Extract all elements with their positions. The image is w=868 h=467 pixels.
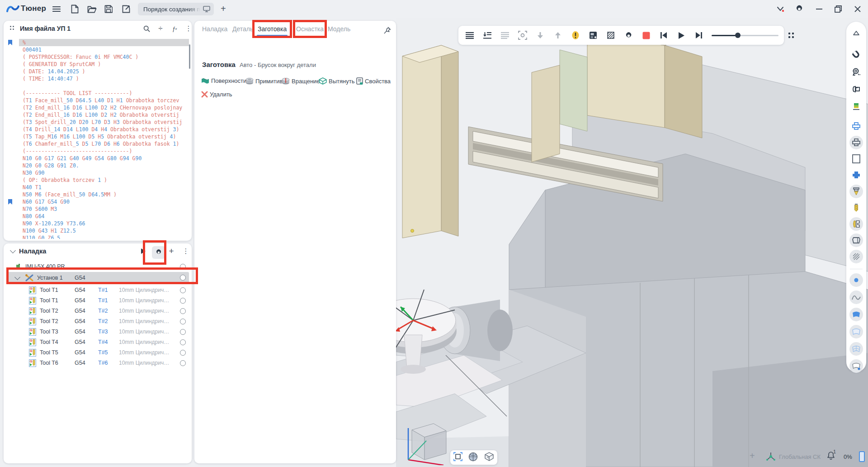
- text-lines-icon[interactable]: [500, 30, 510, 40]
- gcode-line[interactable]: ( DATE: 14.04.2025 ): [19, 68, 189, 75]
- function-fx-icon[interactable]: ƒx: [170, 24, 179, 33]
- gcode-line[interactable]: O00401: [19, 46, 189, 53]
- toolholder-gray-icon[interactable]: [849, 136, 863, 149]
- tab[interactable]: Оснастка: [296, 25, 324, 36]
- tool-row[interactable]: G Tool T2 G54 T#2 10mm Цилиндрич…: [6, 316, 189, 326]
- tool-row[interactable]: G Tool T4 G54 T#4 10mm Цилиндрич…: [6, 337, 189, 347]
- gcode-line[interactable]: ( TIME: 14:40:47 ): [19, 75, 189, 82]
- collapse-chevron-icon[interactable]: [10, 248, 16, 253]
- search-icon[interactable]: [142, 24, 151, 33]
- stock-plate-icon[interactable]: [849, 234, 863, 247]
- primitive-button[interactable]: Примитив: [245, 77, 283, 85]
- bookmark-icon[interactable]: [8, 199, 12, 205]
- tool-row[interactable]: G Tool T3 G54 T#3 10mm Цилиндрич…: [6, 327, 189, 337]
- gcode-line[interactable]: N40 T1: [19, 184, 189, 191]
- kebab-menu-icon[interactable]: ⋮: [184, 24, 193, 33]
- blank-stock-icon[interactable]: [849, 152, 863, 166]
- updates-chevron-button[interactable]: [774, 4, 787, 14]
- gcode-line[interactable]: N100 G43 H1 Z12.5: [19, 227, 189, 234]
- restore-button[interactable]: [832, 4, 844, 14]
- tool-row[interactable]: G Tool T5 G54 T#5 10mm Цилиндрич…: [6, 348, 189, 357]
- goto-line-icon[interactable]: [482, 30, 492, 40]
- hatch-section-icon[interactable]: [849, 250, 863, 263]
- gcode-line[interactable]: N20 G0 G28 G91 Z0.: [19, 162, 189, 169]
- tool-radio[interactable]: [180, 350, 186, 356]
- machine-radio[interactable]: [180, 264, 186, 270]
- curve-entity-icon[interactable]: [849, 291, 863, 304]
- magnet-snap-icon[interactable]: [849, 48, 863, 62]
- bookmark-icon[interactable]: [8, 40, 12, 45]
- gcode-line[interactable]: (T5 Tap_M16 M16 L100 D5 H5 Obrabotka otv…: [19, 133, 189, 140]
- skip-to-end-button[interactable]: [694, 30, 704, 40]
- tool-cone-icon[interactable]: [849, 185, 863, 198]
- gcode-line[interactable]: N80 G64: [19, 213, 189, 220]
- gcode-line[interactable]: N110 G0 Z6.5: [19, 234, 189, 239]
- tab[interactable]: Наладка: [202, 25, 227, 36]
- simulation-mode-icon[interactable]: [606, 30, 616, 40]
- isometric-view-icon[interactable]: [484, 452, 494, 463]
- new-tab-button[interactable]: +: [221, 4, 226, 14]
- gcode-line[interactable]: (T2 End_mill_16 D16 L100 D2 H2 CHernovay…: [19, 104, 189, 111]
- setup-row[interactable]: Установ 1 G54: [6, 272, 189, 283]
- warning-icon[interactable]: [571, 30, 580, 40]
- drag-handle-icon[interactable]: [10, 26, 15, 31]
- tool-radio[interactable]: [180, 287, 186, 293]
- save-button[interactable]: [103, 4, 114, 14]
- selection-frame-icon[interactable]: [518, 30, 528, 40]
- tool-radio[interactable]: [180, 360, 186, 366]
- orientation-cube[interactable]: [398, 411, 453, 465]
- main-menu-button[interactable]: [51, 4, 62, 14]
- delete-button[interactable]: Удалить: [201, 91, 232, 98]
- open-file-button[interactable]: [86, 4, 98, 14]
- gcode-line[interactable]: N30 G90: [19, 169, 189, 176]
- surface-outline-icon[interactable]: [849, 325, 863, 338]
- toolholder-outline-icon[interactable]: [849, 119, 863, 133]
- play-button[interactable]: [676, 30, 686, 40]
- drill-tool-icon[interactable]: [849, 201, 863, 214]
- stock-stack-icon[interactable]: [849, 100, 863, 113]
- machine-panel-icon[interactable]: [588, 30, 598, 40]
- gcode-line[interactable]: N90 X-120.259 Y73.66: [19, 220, 189, 227]
- expand-chevron-icon[interactable]: [14, 274, 20, 280]
- tool-row[interactable]: G Tool T1 G54 T#1 10mm Цилиндрич…: [6, 285, 189, 295]
- tool-row[interactable]: G Tool T2 G54 T#2 10mm Цилиндрич…: [6, 306, 189, 316]
- tool-row[interactable]: G Tool T6 G54 T#6 10mm Цилиндрич…: [6, 358, 189, 368]
- gcode-view-icon[interactable]: [465, 30, 475, 40]
- machine-row[interactable]: IMU-5X 400 PR: [6, 262, 189, 272]
- gcode-line[interactable]: N10 G0 G17 G21 G40 G49 G54 G80 G94 G90: [19, 155, 189, 162]
- notification-bell[interactable]: 1: [826, 451, 835, 461]
- settings-gear-button[interactable]: [793, 4, 806, 14]
- active-cs-label[interactable]: Глобальная СК: [779, 453, 821, 460]
- gcode-line[interactable]: ( GENERATED BY SprutCAM ): [19, 61, 189, 68]
- move-down-icon[interactable]: [535, 30, 545, 40]
- add-cs-button[interactable]: +: [750, 451, 755, 461]
- setup-radio[interactable]: [180, 275, 186, 281]
- simulation-settings-gear-icon[interactable]: [623, 30, 633, 40]
- camera-view-icon[interactable]: [849, 65, 863, 79]
- gcode-line[interactable]: (T6 Chamfer_mill_5 D5 L70 D6 H6 Obrabotk…: [19, 140, 189, 148]
- properties-button[interactable]: Свойства: [356, 77, 391, 85]
- gcode-line[interactable]: (----------- TOOL LIST -----------): [19, 90, 189, 97]
- collapse-rail-icon[interactable]: [849, 26, 863, 40]
- gcode-line[interactable]: [19, 82, 189, 90]
- revolve-button[interactable]: Вращение: [282, 77, 320, 85]
- gcode-line[interactable]: (T1 Face_mill_50 D64.5 L40 D1 H1 Obrabot…: [19, 97, 189, 104]
- tool-radio[interactable]: [180, 339, 186, 345]
- close-button[interactable]: [851, 4, 864, 14]
- gcode-line[interactable]: (T4 Drill_14 D14 L100 D4 H4 Obrabotka ot…: [19, 126, 189, 133]
- coordinate-system-icon[interactable]: [766, 452, 776, 462]
- tab[interactable]: Деталь: [232, 25, 253, 36]
- gcode-line[interactable]: (T3 Spot_drill_20 D20 L70 D3 H3 Obrabotk…: [19, 119, 189, 126]
- gcode-line[interactable]: (---------------------------------): [19, 148, 189, 155]
- simulation-speed-slider[interactable]: [712, 30, 778, 40]
- fit-view-icon[interactable]: [453, 452, 462, 463]
- tool-radio[interactable]: [180, 308, 186, 314]
- shaded-view-icon[interactable]: [468, 452, 478, 463]
- surface-vertex-icon[interactable]: [849, 359, 863, 373]
- gcode-line[interactable]: N70 S600 M3: [19, 205, 189, 213]
- surface-mesh-icon[interactable]: [849, 342, 863, 356]
- gcode-line[interactable]: (T2 End_mill_16 D16 L100 D2 H2 Obrabotka…: [19, 111, 189, 119]
- gcode-line[interactable]: %: [19, 39, 189, 46]
- surfaces-button[interactable]: Поверхности: [201, 77, 246, 84]
- pin-icon[interactable]: [383, 26, 392, 34]
